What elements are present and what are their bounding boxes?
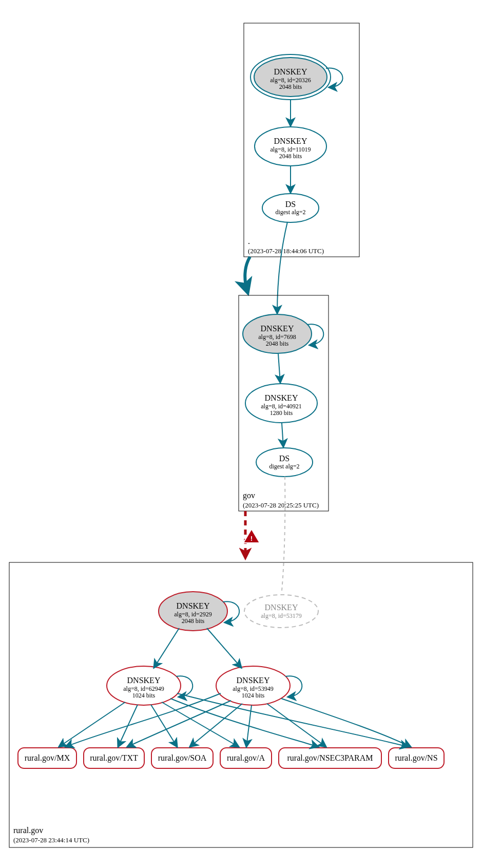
svg-text:2048 bits: 2048 bits — [266, 340, 289, 347]
node-rural-zsk1: DNSKEY alg=8, id=62949 1024 bits — [107, 666, 181, 705]
svg-text:alg=8, id=2929: alg=8, id=2929 — [174, 611, 212, 618]
svg-text:rural.gov/MX: rural.gov/MX — [25, 753, 70, 763]
edge-z1-nsec — [170, 699, 318, 747]
svg-text:DNSKEY: DNSKEY — [177, 601, 210, 610]
zone-root-ts: (2023-07-28 18:44:06 UTC) — [248, 247, 324, 255]
svg-text:1280 bits: 1280 bits — [270, 409, 293, 417]
svg-text:rural.gov/NSEC3PARAM: rural.gov/NSEC3PARAM — [287, 753, 373, 763]
zone-gov: gov (2023-07-28 20:25:25 UTC) DNSKEY alg… — [239, 295, 329, 511]
zone-rural-label: rural.gov — [13, 826, 43, 835]
zone-root-label: . — [248, 237, 250, 246]
edge-rural-ksk-zsk2 — [207, 628, 241, 668]
node-gov-ds: DS digest alg=2 — [256, 448, 313, 477]
node-root-ksk: DNSKEY alg=8, id=20326 2048 bits — [250, 54, 331, 100]
svg-text:!: ! — [250, 535, 253, 542]
zone-gov-label: gov — [243, 491, 255, 500]
svg-text:alg=8, id=11019: alg=8, id=11019 — [270, 146, 311, 153]
svg-text:2048 bits: 2048 bits — [279, 83, 302, 90]
zone-root: . (2023-07-28 18:44:06 UTC) DNSKEY alg=8… — [244, 23, 359, 257]
svg-text:DNSKEY: DNSKEY — [265, 603, 298, 612]
edge-gov-ds-to-missing — [282, 477, 285, 591]
rrset-nsec3param: rural.gov/NSEC3PARAM — [279, 748, 381, 768]
node-root-ds: DS digest alg=2 — [262, 194, 319, 222]
svg-text:2048 bits: 2048 bits — [182, 617, 205, 625]
node-gov-ksk: DNSKEY alg=8, id=7698 2048 bits — [243, 314, 312, 353]
rrset-soa: rural.gov/SOA — [151, 748, 213, 768]
svg-text:alg=8, id=20326: alg=8, id=20326 — [270, 77, 311, 84]
edge-gov-zsk-ds — [282, 423, 283, 447]
svg-text:DNSKEY: DNSKEY — [127, 676, 161, 685]
rrset-txt: rural.gov/TXT — [84, 748, 144, 768]
dnsviz-diagram: . (2023-07-28 18:44:06 UTC) DNSKEY alg=8… — [0, 0, 482, 868]
node-rural-missing-key: DNSKEY alg=8, id=53179 — [244, 595, 318, 628]
svg-text:DNSKEY: DNSKEY — [265, 393, 298, 402]
svg-text:1024 bits: 1024 bits — [242, 692, 265, 699]
svg-text:DNSKEY: DNSKEY — [274, 137, 307, 145]
svg-text:DNSKEY: DNSKEY — [237, 676, 270, 685]
rrset-a: rural.gov/A — [220, 748, 272, 768]
node-root-zsk: DNSKEY alg=8, id=11019 2048 bits — [255, 127, 326, 166]
svg-text:rural.gov/NS: rural.gov/NS — [395, 753, 437, 763]
edge-z2-soa — [190, 704, 242, 747]
edge-rural-ksk-zsk1 — [154, 628, 179, 668]
zone-rural: rural.gov (2023-07-28 23:44:14 UTC) DNSK… — [9, 562, 473, 847]
svg-text:alg=8, id=62949: alg=8, id=62949 — [123, 685, 164, 692]
edge-root-ds-to-gov-ksk — [277, 222, 287, 313]
svg-text:DS: DS — [285, 200, 296, 209]
svg-text:rural.gov/TXT: rural.gov/TXT — [90, 753, 138, 763]
node-rural-ksk: DNSKEY alg=8, id=2929 2048 bits — [159, 592, 227, 631]
edge-gov-ksk-zsk — [278, 354, 280, 383]
node-rural-zsk2: DNSKEY alg=8, id=53949 1024 bits — [216, 666, 290, 705]
svg-text:alg=8, id=40921: alg=8, id=40921 — [261, 403, 302, 410]
svg-text:rural.gov/A: rural.gov/A — [227, 753, 265, 763]
svg-text:rural.gov/SOA: rural.gov/SOA — [158, 753, 207, 763]
rrset-mx: rural.gov/MX — [18, 748, 76, 768]
svg-text:alg=8, id=7698: alg=8, id=7698 — [258, 333, 296, 341]
rrset-ns: rural.gov/NS — [389, 748, 444, 768]
svg-text:DNSKEY: DNSKEY — [261, 324, 294, 333]
edge-root-to-gov-zone — [245, 257, 250, 292]
zone-rural-ts: (2023-07-28 23:44:14 UTC) — [13, 836, 89, 844]
edge-z1-mx — [59, 702, 125, 747]
svg-text:digest alg=2: digest alg=2 — [275, 209, 305, 216]
svg-text:alg=8, id=53949: alg=8, id=53949 — [233, 685, 274, 692]
svg-text:1024 bits: 1024 bits — [132, 692, 156, 699]
svg-text:alg=8, id=53179: alg=8, id=53179 — [261, 612, 302, 619]
svg-text:2048 bits: 2048 bits — [279, 153, 302, 160]
zone-gov-ts: (2023-07-28 20:25:25 UTC) — [243, 501, 319, 509]
svg-text:DNSKEY: DNSKEY — [274, 67, 307, 76]
svg-text:DS: DS — [279, 454, 290, 463]
edge-z2-txt — [127, 701, 231, 747]
svg-text:digest alg=2: digest alg=2 — [269, 463, 299, 470]
node-gov-zsk: DNSKEY alg=8, id=40921 1280 bits — [245, 384, 317, 423]
